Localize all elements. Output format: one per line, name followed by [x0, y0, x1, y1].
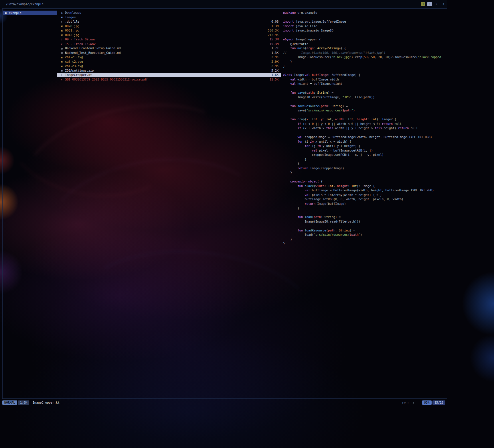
file-name: Images [65, 15, 76, 19]
code-line: fun black(width: Int, height: Int): Imag… [283, 184, 447, 188]
code-line: // Image.black(100, 100).saveResource("b… [283, 51, 447, 55]
code-line: save("src/main/resources/$path") [283, 108, 447, 113]
code-line: import javax.imageio.ImageIO [283, 28, 447, 33]
file-size: 2.9K [268, 60, 278, 64]
image-icon: ▣ [61, 60, 65, 63]
code-line: fun crop(x: Int, y: Int, width: Int, hei… [283, 117, 447, 122]
tab-list: 1123 [419, 2, 445, 6]
file-row[interactable]: ▣cal-c2.svg2.9K [57, 60, 281, 64]
code-line [283, 33, 447, 38]
tab-3[interactable]: 2 [434, 2, 438, 6]
file-row[interactable]: ▣cal-c3.svg2.9K [57, 64, 281, 68]
code-line: load("src/main/resources/$path") [283, 233, 447, 237]
file-row[interactable]: ▤Backend_Test_Execution_Guide.md1.3K [57, 51, 281, 55]
tab-4[interactable]: 3 [441, 2, 445, 6]
audio-icon: ♪ [61, 38, 65, 41]
file-row[interactable]: ▣0042.jpg212.9K [57, 33, 281, 38]
code-line: if (x + width > this.width || y + height… [283, 126, 447, 131]
file-name: IDEAsettings.zip [65, 69, 94, 72]
code-line: for (i in x until x + width) { [283, 139, 447, 144]
permissions-label: -rw-r--r-- [400, 401, 418, 404]
file-size-badge: 1.6K [18, 400, 29, 405]
file-row[interactable]: ■Images [57, 15, 281, 20]
file-size: 1.7K [268, 46, 278, 50]
file-row[interactable]: ▯ImageCropper.kt1.6K [57, 73, 281, 77]
file-row[interactable]: ♪09 - Track 09.wav15.3M [57, 37, 281, 42]
code-line: Image(ImageIO.read(File(path))) [283, 219, 447, 224]
code-line: fun saveResource(path: String) = [283, 104, 447, 109]
file-row[interactable]: ▯.dotfile0.0B [57, 19, 281, 24]
folder-icon: ■ [61, 16, 65, 19]
code-line: croppedImage.setRGB(i - x, j - y, pixel) [283, 153, 447, 157]
code-line: ImageIO.write(buffImage, "JPG", File(pat… [283, 95, 447, 100]
code-line: buffImage.setRGB(0, 0, width, height, pi… [283, 197, 447, 202]
image-icon: ▣ [61, 34, 65, 36]
code-line [283, 86, 447, 91]
code-line [283, 99, 447, 104]
file-size: 15.3M [267, 38, 278, 41]
file-name: .dotfile [65, 20, 79, 23]
file-row[interactable]: ♪15 - Track 15.wav15.3M [57, 42, 281, 46]
code-line: val height = buffImage.height [283, 82, 447, 86]
file-name: cal-c1.svg [65, 55, 83, 59]
code-line: } [283, 241, 447, 246]
preview-pane[interactable]: package org.exampleimport java.awt.image… [281, 9, 447, 398]
file-row[interactable]: ▮SBI_0032013739_2023_DE05_0003155631Invo… [57, 77, 281, 82]
file-name: cal-c3.svg [65, 64, 83, 68]
code-line: val pixel = buffImage.getRGB(i, j) [283, 148, 447, 153]
file-size: 1.6K [268, 73, 278, 77]
code-line: } [283, 157, 447, 162]
file-row[interactable]: ▤Backend_Frontend_Setup_Guide.md1.7K [57, 46, 281, 51]
kotlin-icon: ▯ [61, 74, 65, 76]
tab-2[interactable]: 1 [427, 2, 432, 6]
image-icon: ▣ [61, 29, 65, 32]
download-icon: ◉ [61, 11, 65, 14]
code-line: object ImageCropper { [283, 37, 447, 42]
file-row[interactable]: ▦IDEAsettings.zip5.2K [57, 68, 281, 73]
filename-label: ImageCropper.kt [33, 401, 60, 404]
audio-icon: ♪ [61, 42, 65, 45]
file-size: 12.5K [267, 78, 278, 81]
markdown-icon: ▤ [61, 47, 65, 50]
parent-dir-item[interactable]: ■example [3, 11, 57, 15]
file-name: Backend_Frontend_Setup_Guide.md [65, 46, 120, 50]
code-line: } [283, 60, 447, 64]
code-line: import java.awt.image.BufferedImage [283, 19, 447, 24]
file-size: 212.9K [265, 33, 278, 37]
file-name: 0028.jpg [65, 24, 79, 28]
file-row[interactable]: ▣0031.jpg586.3K [57, 28, 281, 33]
terminal-screen: ~/Data/example/example 1123 ■example ◉Do… [0, 0, 494, 448]
code-line: fun load(path: String) = [283, 215, 447, 219]
percent-badge: 93% [422, 400, 432, 405]
file-icon: ▯ [61, 20, 65, 23]
code-line: } [283, 64, 447, 68]
code-line: return Image(buffImage) [283, 202, 447, 206]
image-icon: ▣ [61, 25, 65, 27]
tab-1[interactable]: 1 [421, 2, 425, 6]
file-size: 1.3K [268, 51, 278, 55]
code-line: fun save(path: String) = [283, 91, 447, 95]
breadcrumb-path: ~/Data/example/example [4, 2, 44, 6]
file-name: 09 - Track 09.wav [65, 38, 96, 41]
code-line: val buffImage = BufferedImage(width, hei… [283, 188, 447, 193]
code-line: import java.io.File [283, 24, 447, 29]
code-line: for (j in y until y + height) { [283, 144, 447, 148]
code-line [283, 175, 447, 180]
code-line [283, 131, 447, 135]
pdf-icon: ▮ [61, 78, 65, 81]
code-line: Image.loadResource("black.jpg").crop(50,… [283, 55, 447, 60]
code-line: val width = buffImage.width [283, 77, 447, 82]
file-name: ImageCropper.kt [65, 73, 92, 77]
markdown-icon: ▤ [61, 51, 65, 54]
file-row[interactable]: ▣cal-c1.svg2.9K [57, 55, 281, 60]
code-line [283, 68, 447, 73]
file-row[interactable]: ▣0028.jpg1.3M [57, 24, 281, 29]
code-line: companion object { [283, 179, 447, 184]
image-icon: ▣ [61, 65, 65, 68]
file-row[interactable]: ◉Downloads [57, 11, 281, 15]
code-line: val pixels = IntArray(width * height) { … [283, 193, 447, 197]
archive-icon: ▦ [61, 69, 65, 72]
code-line: return Image(croppedImage) [283, 166, 447, 171]
file-name: Downloads [65, 11, 81, 15]
file-size: 15.3M [267, 42, 278, 46]
